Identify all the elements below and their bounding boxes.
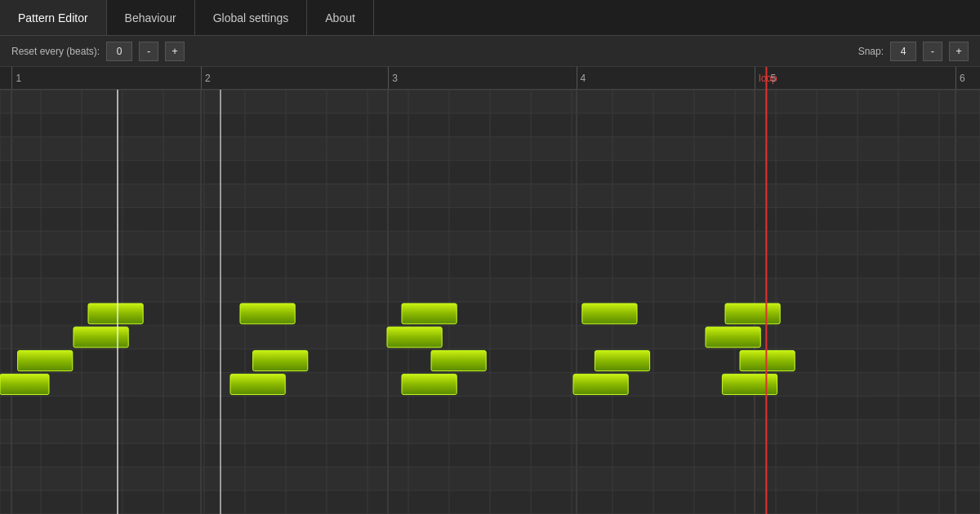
reset-minus-button[interactable]: - [139,42,158,61]
nav-tab-pattern-editor[interactable]: Pattern Editor [0,0,107,35]
nav-tab-about[interactable]: About [307,0,374,35]
reset-plus-button[interactable]: + [165,42,185,61]
grid-container[interactable]: 1234loop56 [0,67,980,514]
nav-tab-behaviour[interactable]: Behaviour [107,0,195,35]
beat-ruler: 1234loop56 [0,67,980,90]
snap-value: 4 [890,42,916,61]
beat-marker-5: 5 [766,67,776,89]
snap-minus-button[interactable]: - [923,42,942,61]
snap-plus-button[interactable]: + [949,42,969,61]
controls-left: Reset every (beats): 0 - + [11,42,185,61]
beat-marker-6: 6 [956,67,965,89]
beat-marker-2: 2 [201,67,211,89]
nav-bar: Pattern EditorBehaviourGlobal settingsAb… [0,0,980,36]
grid-canvas [0,90,980,514]
reset-value: 0 [106,42,132,61]
controls-bar: Reset every (beats): 0 - + Snap: 4 - + [0,36,980,67]
beat-marker-3: 3 [388,67,398,89]
controls-right: Snap: 4 - + [858,42,969,61]
snap-label: Snap: [858,46,884,57]
reset-label: Reset every (beats): [11,46,100,57]
beat-marker-1: 1 [11,67,21,89]
nav-tab-global-settings[interactable]: Global settings [195,0,308,35]
beat-marker-4: 4 [577,67,586,89]
